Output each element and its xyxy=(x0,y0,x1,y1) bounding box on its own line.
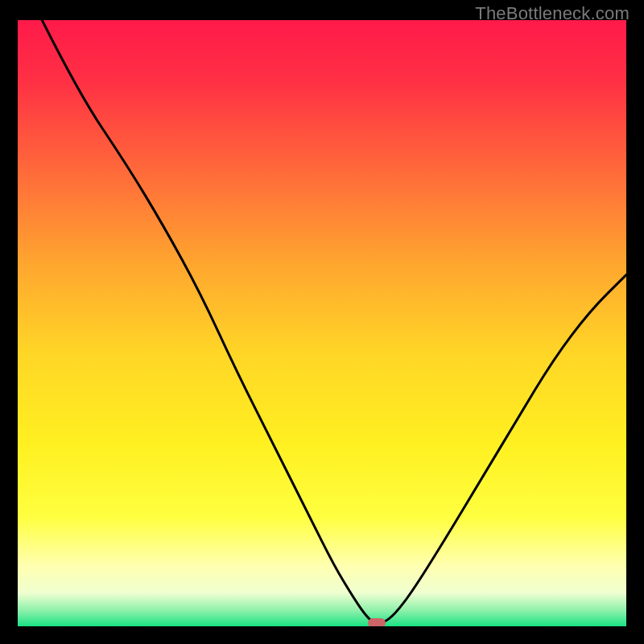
plot-area xyxy=(18,20,626,626)
bottleneck-curve xyxy=(18,20,626,626)
watermark-text: TheBottleneck.com xyxy=(475,3,630,24)
chart-frame: TheBottleneck.com xyxy=(0,0,644,644)
optimal-marker xyxy=(368,618,386,626)
